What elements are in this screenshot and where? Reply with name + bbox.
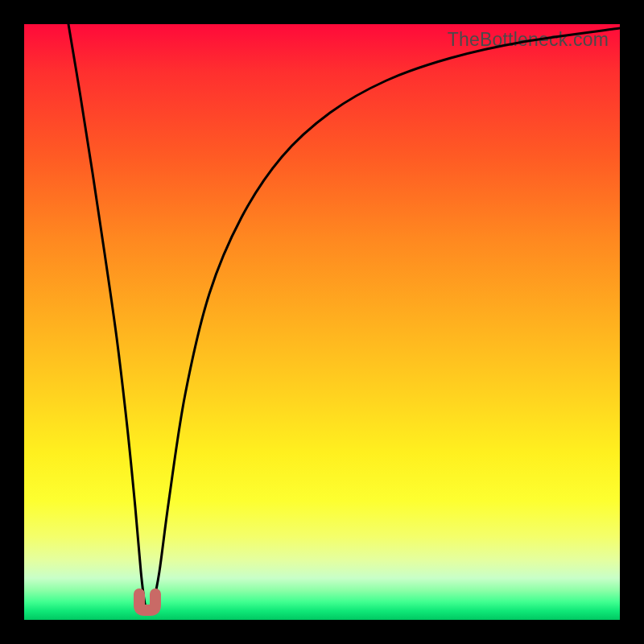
optimal-marker: [139, 594, 155, 610]
chart-plot-area: TheBottleneck.com: [24, 24, 620, 620]
bottleneck-chart-svg: [24, 24, 620, 620]
bottleneck-curve-path: [68, 24, 620, 612]
